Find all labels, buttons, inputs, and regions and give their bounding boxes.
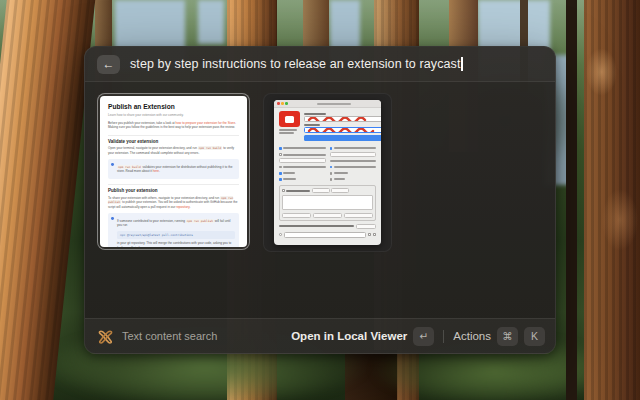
k-key-icon[interactable]: K [524,327,545,346]
launcher-panel: ← step by step instructions to release a… [84,46,556,354]
file-listbox [282,195,373,210]
app-icon-red [279,111,300,127]
primary-action-label[interactable]: Open in Local Viewer [291,330,407,342]
inline-code: npm run build [117,165,142,169]
result-app-thumbnail[interactable] [263,93,392,252]
device-dropdown [304,116,381,122]
redaction-scribble [307,116,369,122]
tweak-injection-group [279,185,376,221]
redwood-trunk [566,0,577,400]
progress-row [279,232,376,238]
result-doc-thumbnail[interactable]: Publish an Extension Learn how to share … [97,93,250,250]
apple-id-field [304,127,381,133]
mac-window [274,100,381,245]
doc-heading-validate: Validate your extension [108,135,239,144]
minimize-traffic-light [281,102,284,105]
arrow-left-icon: ← [103,57,115,71]
footer-divider [443,330,444,343]
redaction-scribble [307,127,381,133]
doc-link: repository [176,205,189,209]
window-title-placeholder [289,103,378,105]
info-icon [111,163,114,166]
mode-label: Text content search [122,330,217,342]
back-button[interactable]: ← [97,55,120,74]
doc-page: Publish an Extension Learn how to share … [100,96,247,247]
search-query-text: step by step instructions to release an … [130,57,460,71]
doc-paragraph: Before you publish your extension, take … [108,121,239,130]
inline-code: npm run publish [186,219,214,223]
search-input[interactable]: step by step instructions to release an … [130,57,463,71]
app-logo-x-icon [97,328,114,345]
doc-heading-publish: Publish your extension [108,184,239,193]
screen: ← step by step instructions to release a… [0,0,640,400]
actions-menu-label[interactable]: Actions [453,330,491,342]
doc-title: Publish an Extension [108,103,239,110]
sky-patch [198,0,224,44]
code-block: npx @raycast/api@latest pull-contributio… [117,231,235,239]
text-caret [461,57,463,71]
options-grid [279,146,376,182]
window-titlebar [274,100,381,108]
inline-code: npm run build [198,146,223,150]
redwood-trunk-right [584,0,640,400]
results-area: Publish an Extension Learn how to share … [85,82,555,318]
doc-subtitle: Learn how to share your extension with o… [108,113,239,117]
info-callout: npm run build validates your extension f… [108,159,239,179]
status-bar: Text content search Open in Local Viewer… [85,318,555,353]
primary-blue-button [304,135,381,141]
return-key-icon[interactable]: ↵ [413,327,434,346]
search-bar: ← step by step instructions to release a… [85,47,555,82]
doc-paragraph: To share your extension with others, nav… [108,196,239,210]
cmd-key-icon[interactable]: ⌘ [497,327,518,346]
info-icon [111,217,114,220]
doc-link: how to prepare your extension for the St… [176,121,236,125]
window-body [274,108,381,241]
info-callout: If someone contributed to your extension… [108,213,239,247]
doc-paragraph: Open your terminal, navigate to your ext… [108,146,239,155]
close-traffic-light [277,102,280,105]
zoom-traffic-light [285,102,288,105]
